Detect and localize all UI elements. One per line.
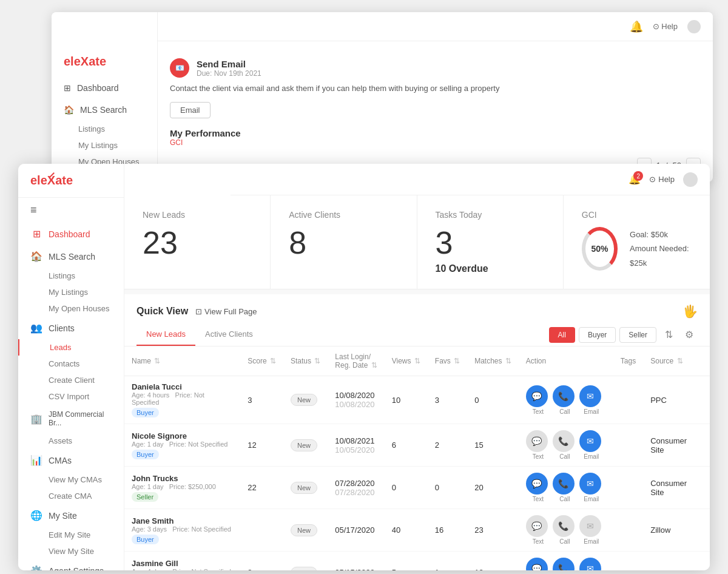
sidebar-sub-mylistings[interactable]: My Listings — [18, 284, 124, 300]
call-btn-3[interactable]: 📞 — [553, 515, 575, 537]
sidebar-sub-view-cmas[interactable]: View My CMAs — [18, 471, 124, 488]
sidebar-sub-leads[interactable]: Leads — [18, 339, 124, 356]
help-label: Help — [658, 175, 675, 184]
email-btn-3[interactable]: ✉ — [579, 515, 601, 537]
col-score: Score ⇅ — [240, 346, 283, 376]
sidebar-jbm-label: JBM Commercial Br... — [49, 410, 112, 427]
call-btn-4[interactable]: 📞 — [553, 558, 575, 570]
col-name: Name ⇅ — [124, 346, 240, 376]
main-header: 🔔 2 ⊙ Help — [231, 164, 710, 195]
sidebar-sub-openhouses[interactable]: My Open Houses — [18, 300, 124, 317]
cell-score-3 — [240, 509, 283, 552]
menu-icon[interactable]: ≡ — [18, 198, 124, 223]
settings-table-icon[interactable]: ⚙ — [681, 326, 698, 343]
table-row: Daniela Tucci Age: 4 hours Price: Not Sp… — [124, 376, 710, 424]
text-btn-2[interactable]: 💬 — [526, 473, 548, 495]
cell-matches-2: 20 — [467, 467, 519, 509]
col-matches: Matches ⇅ — [467, 346, 519, 376]
quick-view-action-icon[interactable]: 🖐 — [682, 304, 698, 319]
bg-task-desc: Contact the client via email and ask the… — [170, 83, 701, 95]
sidebar-item-cmas[interactable]: 📊 CMAs — [18, 449, 124, 471]
text-btn-0[interactable]: 💬 — [526, 385, 548, 407]
bg-sidebar-listings: Listings — [52, 121, 157, 137]
sidebar-item-mysite[interactable]: 🌐 My Site — [18, 504, 124, 527]
cmas-icon: 📊 — [30, 454, 42, 466]
bg-perf-sub: GCI — [170, 138, 701, 147]
sidebar-item-clients[interactable]: 👥 Clients — [18, 317, 124, 339]
email-btn-1[interactable]: ✉ — [579, 430, 601, 452]
notification-button[interactable]: 🔔 2 — [629, 174, 641, 185]
cell-action-2: 💬 Text 📞 Call ✉ Email — [519, 467, 613, 509]
sidebar-sub-create-cma[interactable]: Create CMA — [18, 488, 124, 504]
cell-name-0: Daniela Tucci Age: 4 hours Price: Not Sp… — [124, 376, 240, 424]
background-window: eleXate ⊞ Dashboard 🏠 MLS Search Listing… — [52, 12, 713, 182]
sidebar-mls-label: MLS Search — [49, 252, 95, 262]
cell-tags-1 — [613, 424, 643, 467]
stats-row: New Leads 23 Active Clients 8 Tasks Toda… — [124, 195, 710, 289]
cell-name-1: Nicole Signore Age: 1 day Price: Not Spe… — [124, 424, 240, 467]
help-button[interactable]: ⊙ Help — [649, 175, 675, 184]
cell-login-2: 07/28/2020 07/28/2020 — [328, 467, 384, 509]
cell-status-1: New — [283, 424, 328, 467]
call-btn-0[interactable]: 📞 — [553, 385, 575, 407]
sidebar-sub-listings[interactable]: Listings — [18, 268, 124, 284]
sidebar-item-jbm[interactable]: 🏢 JBM Commercial Br... — [18, 405, 124, 433]
call-btn-1[interactable]: 📞 — [553, 430, 575, 452]
email-btn-0[interactable]: ✉ — [579, 385, 601, 407]
bg-perf: My Performance GCI — [170, 128, 701, 147]
cell-action-1: 💬 Text 📞 Call ✉ Email — [519, 424, 613, 467]
active-clients-value: 8 — [289, 227, 398, 258]
leads-table-wrapper: Name ⇅ Score ⇅ Status ⇅ Last Login/Reg. … — [124, 346, 710, 570]
cell-source-3: Zillow — [643, 509, 710, 552]
sidebar-item-mls[interactable]: 🏠 MLS Search — [18, 245, 124, 268]
bg-logo: eleXate — [64, 55, 106, 69]
cell-status-2: New — [283, 467, 328, 509]
sidebar-item-agent-settings[interactable]: ⚙️ Agent Settings — [18, 559, 124, 570]
window-control[interactable] — [683, 172, 698, 187]
sidebar-sub-contacts[interactable]: Contacts — [18, 356, 124, 372]
bg-sidebar-mylistings: My Listings — [52, 137, 157, 154]
sidebar: eleXate ≡ ⊞ Dashboard 🏠 MLS Search Listi… — [18, 164, 124, 570]
tab-new-leads[interactable]: New Leads — [136, 323, 195, 346]
filter-all[interactable]: All — [549, 327, 575, 343]
sidebar-sub-create-client[interactable]: Create Client — [18, 372, 124, 388]
cell-name-4: Jasmine Gill Age: 4 days Price: Not Spec… — [124, 552, 240, 571]
sidebar-sub-edit-site[interactable]: Edit My Site — [18, 527, 124, 543]
bg-email-button[interactable]: Email — [170, 102, 211, 118]
view-full-page-label: View Full Page — [204, 307, 257, 316]
bg-sidebar-mls: 🏠 MLS Search — [52, 99, 157, 121]
sidebar-agent-settings-label: Agent Settings — [49, 566, 104, 571]
cell-favs-2: 0 — [428, 467, 467, 509]
filter-icon[interactable]: ⇅ — [660, 326, 677, 343]
sidebar-item-dashboard[interactable]: ⊞ Dashboard — [18, 223, 124, 245]
gci-amount-needed: Amount Needed: $25k — [630, 241, 692, 270]
filter-seller[interactable]: Seller — [619, 327, 656, 343]
text-btn-4[interactable]: 💬 — [526, 558, 548, 570]
stat-gci: GCI 50% Goal: $50k Amount Needed: $25k — [564, 195, 710, 289]
col-source: Source ⇅ — [643, 346, 710, 376]
cell-favs-1: 2 — [428, 424, 467, 467]
sidebar-sub-assets[interactable]: Assets — [18, 433, 124, 449]
email-btn-2[interactable]: ✉ — [579, 473, 601, 495]
call-btn-2[interactable]: 📞 — [553, 473, 575, 495]
cell-views-0: 10 — [385, 376, 428, 424]
sidebar-sub-view-site[interactable]: View My Site — [18, 543, 124, 559]
cell-name-2: John Trucks Age: 1 day Price: $250,000 S… — [124, 467, 240, 509]
view-full-page-link[interactable]: ⊡ View Full Page — [195, 307, 257, 316]
tab-active-clients[interactable]: Active Clients — [195, 323, 263, 346]
gci-percent: 50% — [591, 244, 608, 254]
text-btn-1[interactable]: 💬 — [526, 430, 548, 452]
filter-buyer[interactable]: Buyer — [579, 327, 616, 343]
view-full-page-icon: ⊡ — [195, 307, 202, 316]
col-favs: Favs ⇅ — [428, 346, 467, 376]
cell-score-1: 12 — [240, 424, 283, 467]
mls-icon: 🏠 — [30, 251, 42, 262]
email-btn-4[interactable]: ✉ — [579, 558, 601, 570]
tabs-left: New Leads Active Clients — [136, 323, 263, 346]
cell-matches-4: 12 — [467, 552, 519, 571]
sidebar-sub-csv[interactable]: CSV Import — [18, 388, 124, 405]
col-views: Views ⇅ — [385, 346, 428, 376]
cell-views-1: 6 — [385, 424, 428, 467]
text-btn-3[interactable]: 💬 — [526, 515, 548, 537]
stat-tasks-today: Tasks Today 3 10 Overdue — [417, 195, 564, 289]
